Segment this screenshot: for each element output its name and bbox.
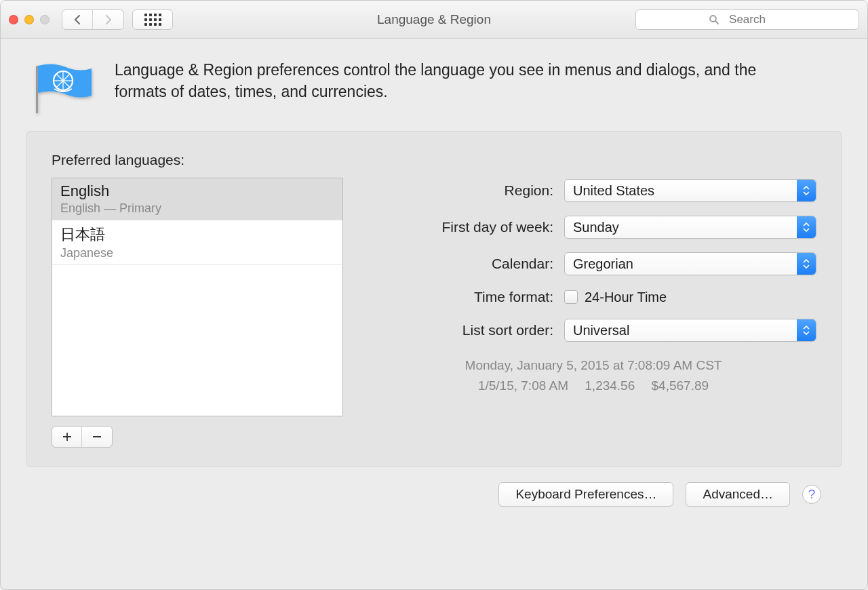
content-area: Language & Region preferences control th… [1,39,867,589]
firstday-select[interactable]: Sunday [564,216,816,239]
listsort-value: Universal [573,323,629,338]
help-icon: ? [808,487,816,502]
firstday-label: First day of week: [370,219,553,235]
language-item-english[interactable]: English English — Primary [52,178,342,220]
back-button[interactable] [62,10,93,29]
forward-button [93,10,123,29]
region-value: United States [573,183,654,199]
format-settings: Region: United States First day of week: [370,152,816,448]
region-label: Region: [370,182,553,199]
language-sub: English — Primary [60,201,334,216]
timeformat-row: Time format: 24-Hour Time [370,289,816,305]
minus-icon [92,432,102,441]
search-input[interactable] [635,9,859,30]
region-select[interactable]: United States [564,179,816,202]
grid-icon [144,14,161,26]
settings-panel: Preferred languages: English English — P… [26,131,842,467]
format-example: Monday, January 5, 2015 at 7:08:09 AM CS… [370,355,816,397]
footer-buttons: Keyboard Preferences… Advanced… ? [26,467,842,524]
region-row: Region: United States [370,179,816,202]
intro: Language & Region preferences control th… [26,59,842,111]
titlebar: Language & Region [1,1,867,39]
calendar-row: Calendar: Gregorian [370,252,816,275]
calendar-label: Calendar: [370,256,553,272]
select-arrows-icon [797,180,816,201]
plus-icon [62,432,72,441]
help-button[interactable]: ? [802,485,821,504]
language-name: 日本語 [60,224,334,245]
listsort-row: List sort order: Universal [370,319,816,342]
close-window-button[interactable] [9,15,18,24]
calendar-select[interactable]: Gregorian [564,252,816,275]
timeformat-label: Time format: [370,289,553,305]
listsort-label: List sort order: [370,322,553,338]
example-line-2: 1/5/15, 7:08 AM 1,234.56 $4,567.89 [370,376,816,396]
24hour-checkbox[interactable] [564,290,578,304]
svg-rect-2 [36,66,38,113]
keyboard-preferences-button[interactable]: Keyboard Preferences… [498,482,673,507]
minimize-window-button[interactable] [24,15,34,24]
search-wrap [635,9,859,30]
24hour-checkbox-label: 24-Hour Time [585,290,667,305]
language-name: English [60,182,334,200]
language-list[interactable]: English English — Primary 日本語 Japanese [52,178,343,416]
listsort-select[interactable]: Universal [564,319,816,342]
select-arrows-icon [797,216,816,238]
calendar-value: Gregorian [573,256,633,272]
language-item-japanese[interactable]: 日本語 Japanese [52,220,342,265]
zoom-window-button [40,15,50,24]
un-flag-icon [32,63,93,111]
prefs-window: Language & Region [0,0,868,590]
add-remove-group [52,426,113,448]
example-line-1: Monday, January 5, 2015 at 7:08:09 AM CS… [370,355,816,376]
language-section: Preferred languages: English English — P… [52,152,343,448]
select-arrows-icon [797,253,816,275]
advanced-button[interactable]: Advanced… [686,482,790,507]
add-language-button[interactable] [52,427,82,447]
traffic-lights [9,15,50,24]
firstday-value: Sunday [573,220,619,235]
intro-text: Language & Region preferences control th… [115,59,793,102]
firstday-row: First day of week: Sunday [370,216,816,239]
language-sub: Japanese [60,246,334,260]
languages-label: Preferred languages: [52,152,343,168]
show-all-button[interactable] [132,9,173,30]
select-arrows-icon [797,319,816,341]
nav-back-forward [62,9,124,30]
remove-language-button[interactable] [82,427,112,447]
